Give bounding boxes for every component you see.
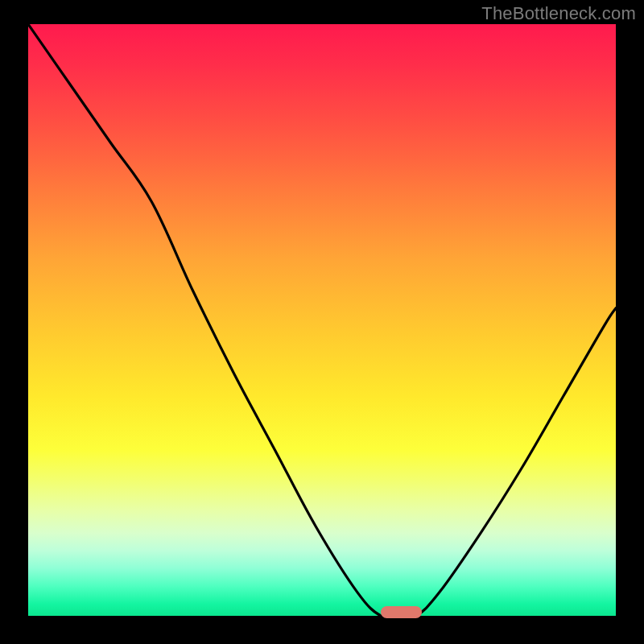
- bottleneck-curve: [28, 24, 616, 616]
- watermark-text: TheBottleneck.com: [481, 3, 636, 24]
- optimal-marker: [381, 606, 422, 618]
- chart-frame: TheBottleneck.com: [0, 0, 644, 644]
- curve-svg: [28, 24, 616, 616]
- plot-area: [28, 24, 616, 616]
